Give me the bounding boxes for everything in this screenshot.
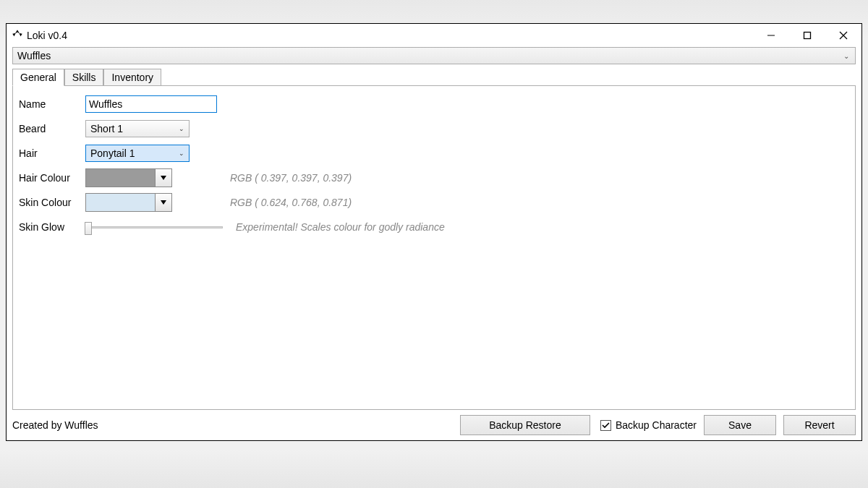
backup-character-label: Backup Character	[616, 419, 697, 431]
tab-panel-general: Name Beard Short 1 ⌄ Hair Ponytail 1 ⌄ H…	[12, 85, 856, 410]
maximize-button[interactable]	[789, 24, 825, 47]
checkbox-box	[600, 420, 611, 431]
footer: Created by Wuffles Backup Restore Backup…	[7, 410, 861, 440]
close-button[interactable]	[825, 24, 861, 47]
name-label: Name	[19, 98, 85, 110]
window-controls	[753, 24, 861, 47]
tab-bar: General Skills Inventory	[7, 69, 861, 86]
skin-colour-picker[interactable]	[85, 193, 172, 212]
beard-select-value: Short 1	[90, 123, 123, 134]
slider-track	[85, 226, 223, 228]
tab-skills[interactable]: Skills	[64, 69, 104, 86]
name-input[interactable]	[85, 95, 217, 113]
backup-restore-button[interactable]: Backup Restore	[460, 415, 590, 435]
skin-colour-dropdown[interactable]	[156, 194, 171, 211]
hair-select-value: Ponytail 1	[90, 147, 135, 159]
chevron-down-icon: ⌄	[179, 150, 184, 157]
hair-select[interactable]: Ponytail 1 ⌄	[85, 145, 190, 162]
chevron-down-icon: ⌄	[179, 125, 184, 132]
beard-label: Beard	[19, 123, 85, 134]
beard-select[interactable]: Short 1 ⌄	[85, 120, 190, 137]
tab-general[interactable]: General	[12, 69, 64, 86]
chevron-down-icon: ⌄	[843, 52, 849, 60]
skin-colour-label: Skin Colour	[19, 197, 85, 208]
skin-glow-label: Skin Glow	[19, 221, 85, 233]
save-button[interactable]: Save	[704, 415, 776, 435]
skin-glow-slider[interactable]	[85, 218, 223, 236]
credit-text: Created by Wuffles	[12, 419, 98, 431]
revert-button[interactable]: Revert	[783, 415, 856, 435]
app-icon	[11, 29, 24, 42]
window-title: Loki v0.4	[27, 30, 67, 41]
slider-thumb[interactable]	[85, 222, 92, 235]
hair-colour-swatch	[86, 169, 156, 187]
hair-colour-picker[interactable]	[85, 168, 172, 187]
minimize-button[interactable]	[753, 24, 789, 47]
character-selector[interactable]: Wuffles ⌄	[12, 47, 856, 64]
character-selector-value: Wuffles	[17, 50, 51, 61]
titlebar: Loki v0.4	[7, 24, 861, 47]
skin-colour-rgb-text: RGB ( 0.624, 0.768, 0.871)	[230, 197, 352, 208]
app-window: Loki v0.4 Wuffles ⌄ General	[6, 23, 862, 441]
svg-rect-1	[804, 33, 811, 39]
hair-colour-dropdown[interactable]	[156, 169, 171, 187]
hair-colour-label: Hair Colour	[19, 172, 85, 184]
skin-glow-hint: Experimental! Scales colour for godly ra…	[236, 221, 445, 233]
tab-inventory[interactable]: Inventory	[103, 69, 161, 86]
skin-colour-swatch	[86, 194, 156, 211]
hair-label: Hair	[19, 147, 85, 159]
hair-colour-rgb-text: RGB ( 0.397, 0.397, 0.397)	[230, 172, 352, 184]
backup-character-checkbox[interactable]: Backup Character	[600, 419, 697, 431]
